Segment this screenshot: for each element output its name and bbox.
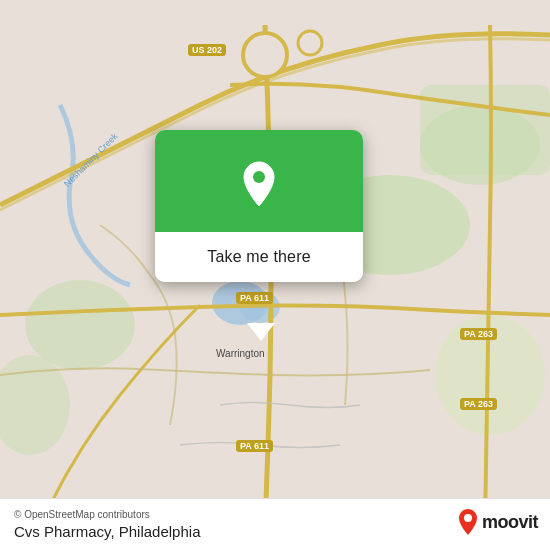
road-label-pa611b: PA 611 bbox=[236, 440, 273, 452]
location-pin-icon bbox=[233, 158, 285, 210]
svg-rect-2 bbox=[420, 85, 550, 175]
road-label-pa263b: PA 263 bbox=[460, 398, 497, 410]
popup-pointer bbox=[247, 323, 275, 341]
road-label-us202: US 202 bbox=[188, 44, 226, 56]
take-me-there-button[interactable]: Take me there bbox=[155, 232, 363, 282]
place-label-warrington: Warrington bbox=[216, 348, 265, 359]
moovit-pin-icon bbox=[457, 508, 479, 536]
road-label-pa611a: PA 611 bbox=[236, 292, 273, 304]
moovit-logo: moovit bbox=[457, 508, 538, 536]
popup-header bbox=[155, 130, 363, 232]
map-container: US 202 PA 611 PA 611 PA 263 PA 263 Warri… bbox=[0, 0, 550, 550]
svg-point-9 bbox=[298, 31, 322, 55]
svg-point-11 bbox=[464, 514, 472, 522]
svg-point-10 bbox=[253, 171, 265, 183]
svg-point-3 bbox=[25, 280, 135, 370]
popup-card: Take me there bbox=[155, 130, 363, 282]
moovit-text: moovit bbox=[482, 512, 538, 533]
svg-point-8 bbox=[243, 33, 287, 77]
road-label-pa263a: PA 263 bbox=[460, 328, 497, 340]
